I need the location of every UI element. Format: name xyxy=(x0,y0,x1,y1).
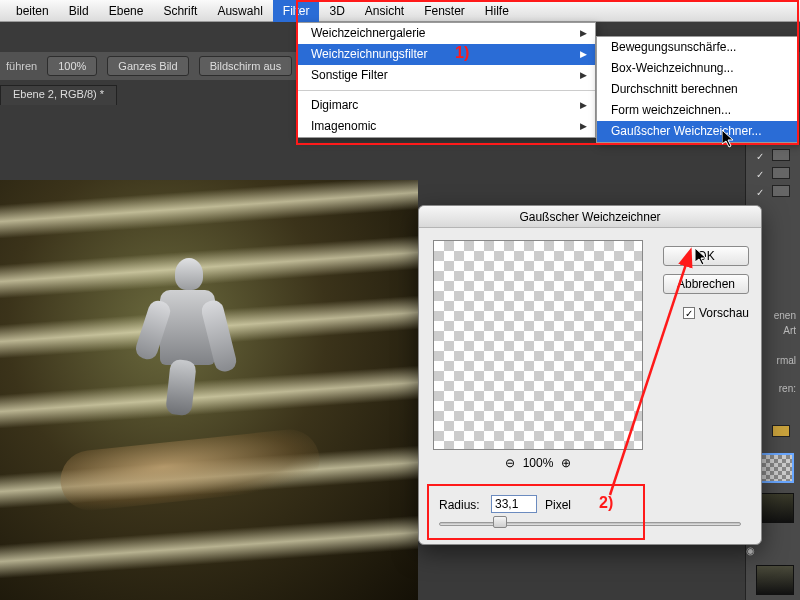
submenu-row[interactable]: Durchschnitt berechnen xyxy=(597,79,798,100)
preview-checkbox-row[interactable]: ✓ Vorschau xyxy=(683,306,749,320)
ok-button[interactable]: OK xyxy=(663,246,749,266)
swatch[interactable] xyxy=(772,185,790,197)
checkmark-icon: ✓ xyxy=(756,187,766,197)
dialog-preview[interactable] xyxy=(433,240,643,450)
menu-item[interactable]: Auswahl xyxy=(207,0,272,22)
menu-row[interactable]: Sonstige Filter xyxy=(297,65,595,86)
opt-label: führen xyxy=(6,60,37,72)
visibility-icon[interactable]: ◉ xyxy=(746,545,754,553)
gaussian-blur-dialog: Gaußscher Weichzeichner OK Abbrechen ✓ V… xyxy=(418,205,762,545)
zoom-row: ⊖ 100% ⊕ xyxy=(433,456,643,470)
opt-fit-image[interactable]: Ganzes Bild xyxy=(107,56,188,76)
panel-tab-label[interactable]: Art xyxy=(783,325,796,336)
cancel-button[interactable]: Abbrechen xyxy=(663,274,749,294)
color-swatch[interactable] xyxy=(772,425,790,437)
swatch[interactable] xyxy=(772,167,790,179)
menu-row[interactable]: Digimarc xyxy=(297,95,595,116)
panel-tab-label[interactable]: enen xyxy=(774,310,796,321)
app-menubar: beiten Bild Ebene Schrift Auswahl Filter… xyxy=(0,0,800,22)
filter-menu: Weichzeichnergalerie Weichzeichnungsfilt… xyxy=(296,22,596,138)
dialog-title: Gaußscher Weichzeichner xyxy=(419,206,761,228)
checkmark-icon: ✓ xyxy=(756,169,766,179)
menu-item-filter[interactable]: Filter xyxy=(273,0,320,22)
opt-screen-off[interactable]: Bildschirm aus xyxy=(199,56,293,76)
menu-item[interactable]: 3D xyxy=(319,0,354,22)
radius-unit: Pixel xyxy=(545,498,571,512)
canvas-figure-ground xyxy=(58,427,323,514)
radius-slider-handle[interactable] xyxy=(493,516,507,528)
layer-thumb[interactable] xyxy=(756,565,794,595)
blur-submenu: Bewegungsunschärfe... Box-Weichzeichnung… xyxy=(596,36,799,143)
lock-label: ren: xyxy=(779,383,796,394)
menu-item[interactable]: Schrift xyxy=(153,0,207,22)
menu-row[interactable]: Weichzeichnergalerie xyxy=(297,23,595,44)
menu-row-blur-filters[interactable]: Weichzeichnungsfilter xyxy=(297,44,595,65)
radius-slider-track[interactable] xyxy=(439,522,741,526)
menu-item[interactable]: Bild xyxy=(59,0,99,22)
submenu-row-gaussian-blur[interactable]: Gaußscher Weichzeichner... xyxy=(597,121,798,142)
submenu-row[interactable]: Form weichzeichnen... xyxy=(597,100,798,121)
menu-item[interactable]: Fenster xyxy=(414,0,475,22)
menu-separator xyxy=(297,90,595,91)
submenu-row[interactable]: Box-Weichzeichnung... xyxy=(597,58,798,79)
menu-item[interactable]: Ansicht xyxy=(355,0,414,22)
menu-item[interactable]: Ebene xyxy=(99,0,154,22)
menu-item[interactable]: beiten xyxy=(6,0,59,22)
radius-input[interactable] xyxy=(491,495,537,513)
checkmark-icon: ✓ xyxy=(756,151,766,161)
opt-zoom-100[interactable]: 100% xyxy=(47,56,97,76)
document-canvas[interactable] xyxy=(0,180,418,600)
radius-label: Radius: xyxy=(439,498,480,512)
submenu-row[interactable]: Bewegungsunschärfe... xyxy=(597,37,798,58)
menu-item[interactable]: Hilfe xyxy=(475,0,519,22)
canvas-figure-knight xyxy=(140,250,250,410)
preview-checkbox-label: Vorschau xyxy=(699,306,749,320)
zoom-percent: 100% xyxy=(523,456,554,470)
radius-row: Radius: Pixel xyxy=(433,492,747,544)
zoom-in-icon[interactable]: ⊕ xyxy=(557,456,575,470)
blend-mode-label: rmal xyxy=(777,355,796,366)
checkbox-icon[interactable]: ✓ xyxy=(683,307,695,319)
zoom-out-icon[interactable]: ⊖ xyxy=(501,456,519,470)
document-tab[interactable]: Ebene 2, RGB/8) * xyxy=(0,85,117,105)
swatch[interactable] xyxy=(772,149,790,161)
menu-row[interactable]: Imagenomic xyxy=(297,116,595,137)
